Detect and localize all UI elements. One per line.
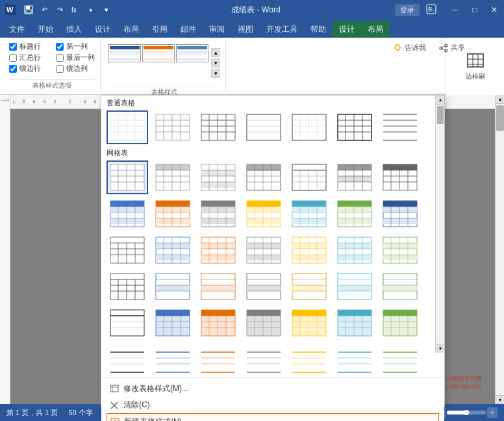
style-cell-line-6[interactable]: [334, 342, 375, 376]
scroll-up-btn[interactable]: ▴: [496, 95, 504, 104]
style-preview-1[interactable]: [108, 44, 141, 62]
style-cell-grid-7[interactable]: [379, 160, 421, 194]
customize-qat-btn[interactable]: ✦: [84, 3, 97, 16]
close-button[interactable]: ✕: [485, 0, 504, 19]
style-cell-dark-5[interactable]: [288, 233, 330, 267]
style-cell-plain-5[interactable]: [288, 110, 330, 144]
style-cell-dark-2[interactable]: [152, 233, 194, 267]
scroll-track[interactable]: [496, 104, 504, 395]
style-cell-grid-5[interactable]: [288, 160, 330, 194]
style-cell-black-6[interactable]: [334, 270, 375, 303]
style-cell-line-7[interactable]: [379, 342, 421, 376]
style-cell-black-7[interactable]: [379, 270, 421, 303]
style-cell-var-6[interactable]: [334, 306, 375, 340]
scroll-down-btn[interactable]: ▾: [496, 395, 504, 404]
border-brush-btn[interactable]: 边框刷: [460, 49, 491, 84]
modify-style-action[interactable]: 修改表格样式(M)...: [107, 381, 439, 397]
style-cell-grid-2[interactable]: [152, 160, 194, 194]
style-cell-plain-3[interactable]: [197, 110, 239, 144]
style-cell-dark-6[interactable]: [334, 233, 375, 267]
style-cell-dark-7[interactable]: [379, 233, 421, 267]
tab-home[interactable]: 开始: [31, 21, 60, 38]
scroll-thumb[interactable]: [496, 105, 504, 131]
style-cell-line-1[interactable]: [107, 342, 148, 376]
panel-scroll-track[interactable]: [436, 105, 444, 344]
styles-scroll-up[interactable]: ▴: [211, 48, 220, 57]
vertical-scrollbar[interactable]: ▴ ▾: [495, 95, 504, 404]
tab-layout-table[interactable]: 布局: [361, 21, 390, 38]
style-cell-grid-6[interactable]: [334, 160, 375, 194]
style-cell-grid-4[interactable]: [243, 160, 284, 194]
redo-qat-btn[interactable]: ↷: [53, 3, 66, 16]
styles-dropdown-btn[interactable]: ▾: [211, 69, 220, 78]
style-cell-var-2[interactable]: [152, 306, 194, 340]
style-cell-black-3[interactable]: [197, 270, 239, 303]
style-cell-color-green-1[interactable]: [334, 197, 375, 231]
panel-scroll-thumb[interactable]: [437, 106, 444, 124]
panel-scroll-up[interactable]: ▴: [436, 96, 444, 105]
style-cell-var-3[interactable]: [197, 306, 239, 340]
style-cell-color-blue-1[interactable]: [107, 197, 148, 231]
tab-design-doc[interactable]: 设计: [88, 21, 117, 38]
clear-action[interactable]: 清除(C): [107, 397, 439, 413]
header-row-check[interactable]: 标题行: [9, 42, 48, 51]
style-cell-var-4[interactable]: [243, 306, 284, 340]
tab-references[interactable]: 引用: [145, 21, 174, 38]
style-cell-black-1[interactable]: [107, 270, 148, 303]
banded-rows-check[interactable]: 镶边行: [9, 64, 48, 73]
styles-scroll-down[interactable]: ▾: [211, 58, 220, 68]
formula-qat-btn[interactable]: fx: [69, 3, 82, 16]
style-cell-line-2[interactable]: [152, 342, 194, 376]
style-cell-color-lblue-1[interactable]: [288, 197, 330, 231]
share-btn[interactable]: 共享: [439, 43, 465, 53]
style-cell-color-gray-1[interactable]: [197, 197, 239, 231]
share-icon[interactable]: 表...: [421, 3, 442, 17]
minimize-button[interactable]: ─: [446, 0, 465, 19]
new-style-action[interactable]: 新建表格样式(N)...: [107, 413, 439, 421]
tab-view[interactable]: 视图: [231, 21, 260, 38]
restore-button[interactable]: □: [465, 0, 485, 19]
login-button[interactable]: 登录: [395, 4, 420, 16]
style-cell-var-5[interactable]: [288, 306, 330, 340]
total-row-check[interactable]: 汇总行: [9, 53, 48, 62]
style-cell-color-yellow-1[interactable]: [243, 197, 284, 231]
tab-layout-doc[interactable]: 布局: [117, 21, 145, 38]
style-cell-line-4[interactable]: [243, 342, 284, 376]
style-cell-line-3[interactable]: [197, 342, 239, 376]
style-cell-color-accent-1[interactable]: [379, 197, 421, 231]
style-cell-plain-1[interactable]: [107, 110, 148, 144]
tab-review[interactable]: 审阅: [203, 21, 231, 38]
style-cell-plain-7[interactable]: [379, 110, 421, 144]
dropdown-qat-btn[interactable]: ▾: [100, 3, 113, 16]
style-cell-dark-3[interactable]: [197, 233, 239, 267]
style-cell-line-5[interactable]: [288, 342, 330, 376]
banded-cols-check[interactable]: 镶边列: [56, 64, 95, 73]
tab-design-table[interactable]: 设计: [333, 21, 361, 38]
tab-help[interactable]: 帮助: [304, 21, 333, 38]
zoom-slider[interactable]: [447, 411, 486, 415]
style-cell-var-7[interactable]: [379, 306, 421, 340]
tab-developer[interactable]: 开发工具: [260, 21, 304, 38]
tab-insert[interactable]: 插入: [60, 21, 88, 38]
style-cell-plain-6[interactable]: [334, 110, 375, 144]
style-cell-grid-3[interactable]: [197, 160, 239, 194]
style-preview-2[interactable]: [142, 44, 175, 62]
tab-file[interactable]: 文件: [3, 21, 31, 38]
panel-scroll-down[interactable]: ▾: [436, 344, 444, 353]
style-cell-grid-selected[interactable]: [107, 160, 148, 194]
tell-me-btn[interactable]: 告诉我: [393, 43, 426, 53]
style-cell-black-2[interactable]: [152, 270, 194, 303]
style-cell-dark-1[interactable]: [107, 233, 148, 267]
style-cell-black-4[interactable]: [243, 270, 284, 303]
style-cell-plain-4[interactable]: [243, 110, 284, 144]
zoom-slider-thumb[interactable]: [464, 410, 469, 415]
last-col-check[interactable]: 最后一列: [56, 53, 95, 62]
tab-mailings[interactable]: 邮件: [174, 21, 203, 38]
style-cell-plain-2[interactable]: [152, 110, 194, 144]
zoom-in-btn[interactable]: +: [487, 407, 498, 418]
style-cell-color-orange-1[interactable]: [152, 197, 194, 231]
style-cell-var-1[interactable]: [107, 306, 148, 340]
style-cell-dark-4[interactable]: [243, 233, 284, 267]
style-cell-black-5[interactable]: [288, 270, 330, 303]
style-preview-3[interactable]: [176, 44, 208, 62]
